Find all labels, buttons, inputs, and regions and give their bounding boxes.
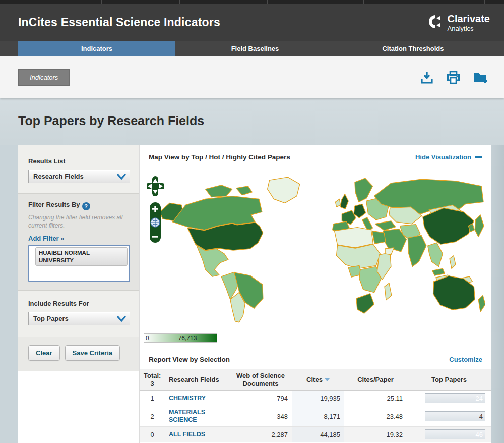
row-wos: 2,287 [229,427,292,442]
row-cpp: 19.32 [344,427,407,442]
results-list-value: Research Fields [33,173,84,180]
choropleth-world-map[interactable] [158,171,485,326]
field-link-all-fields[interactable]: ALL FIELDS [169,431,205,438]
row-cites: 44,185 [292,427,344,442]
world-map-area: 0 76,713 [140,168,491,349]
map-pan-control[interactable] [147,176,164,196]
row-cites: 8,171 [292,406,344,427]
column-top-papers: Top Papers [407,369,491,391]
column-cites-sort[interactable]: Cites [292,369,344,391]
legend-max: 76,713 [178,335,197,342]
map-controls [147,176,164,254]
download-icon[interactable] [420,71,433,84]
clarivate-logo-icon [428,14,443,31]
page: InCites Essential Science Indicators Cla… [0,0,504,443]
browser-strip [0,0,504,4]
top-papers-bar: 46 [425,429,485,439]
map-legend: 0 76,713 [144,333,217,343]
filter-listbox[interactable]: HUAIBEI NORMAL UNIVERSITY [28,245,130,282]
brand-sub: Analytics [448,25,490,32]
selected-filter-item[interactable]: HUAIBEI NORMAL UNIVERSITY [35,247,128,266]
folder-add-icon[interactable] [473,71,489,84]
page-title: Top Papers by Research Fields [18,114,504,128]
top-papers-bar: 24 [425,393,485,403]
tab-citation-thresholds[interactable]: Citation Thresholds [335,41,491,56]
legend-min: 0 [146,335,149,342]
table-row: 1 CHEMISTRY 794 19,935 25.11 24 [140,391,491,406]
filter-results-label: Filter Results By? [28,201,130,210]
column-cites-per-paper: Cites/Paper [344,369,407,391]
minus-icon [475,156,482,158]
map-view-title: Map View by Top / Hot / Highly Cited Pap… [149,153,290,161]
include-results-select[interactable]: Top Papers [28,312,130,325]
field-link-chemistry[interactable]: CHEMISTRY [169,395,206,402]
map-zoom-control[interactable] [150,202,161,243]
include-results-label: Include Results For [28,300,130,307]
row-rank: 1 [140,391,165,406]
row-cpp: 23.48 [344,406,407,427]
column-research-fields: Research Fields [165,369,229,391]
tab-indicators[interactable]: Indicators [18,41,175,56]
tab-field-baselines[interactable]: Field Baselines [175,41,335,56]
sort-desc-icon [325,378,330,381]
column-wos-documents: Web of Science Documents [229,369,292,391]
results-list-select[interactable]: Research Fields [28,170,130,183]
main-tabbar: Indicators Field Baselines Citation Thre… [0,41,504,56]
clear-button[interactable]: Clear [28,345,60,361]
breadcrumb-indicators-button[interactable]: Indicators [18,69,70,86]
content-card: Results List Research Fields Filter Resu… [18,145,491,443]
report-section: Report View by Selection Customize Total… [140,349,491,442]
top-papers-bar: 4 [425,411,485,421]
report-table: Total:3 Research Fields Web of Science D… [140,369,491,442]
row-wos: 348 [229,406,292,427]
row-wos: 794 [229,391,292,406]
visualization-panel: Map View by Top / Hot / Highly Cited Pap… [139,145,491,443]
app-header: InCites Essential Science Indicators Cla… [0,4,504,41]
chevron-down-icon [117,315,126,324]
row-rank: 0 [140,427,165,442]
clarivate-logo: Clarivate Analytics [428,14,490,32]
help-icon[interactable]: ? [82,202,90,210]
filter-note: Changing the filter field removes all cu… [28,213,130,230]
results-list-label: Results List [28,157,130,165]
table-row: 0 ALL FIELDS 2,287 44,185 19.32 46 [140,427,491,442]
app-title: InCites Essential Science Indicators [18,16,220,29]
row-cpp: 25.11 [344,391,407,406]
row-rank: 2 [140,406,165,427]
filter-sidebar: Results List Research Fields Filter Resu… [18,145,139,443]
title-band: Top Papers by Research Fields [0,98,504,145]
save-criteria-button[interactable]: Save Criteria [65,345,120,361]
field-link-materials-science[interactable]: MATERIALS SCIENCE [169,409,217,424]
breadcrumb-bar: Indicators [0,56,504,98]
report-title: Report View by Selection [149,356,230,363]
print-icon[interactable] [447,71,460,84]
include-results-value: Top Papers [33,315,69,322]
total-header: Total:3 [140,369,165,391]
hide-visualization-link[interactable]: Hide Visualization [415,153,482,161]
add-filter-link[interactable]: Add Filter » [28,235,65,242]
row-cites: 19,935 [292,391,344,406]
chevron-down-icon [117,173,126,182]
brand-name: Clarivate [448,14,490,24]
table-row: 2 MATERIALS SCIENCE 348 8,171 23.48 4 [140,406,491,427]
customize-link[interactable]: Customize [449,356,482,363]
